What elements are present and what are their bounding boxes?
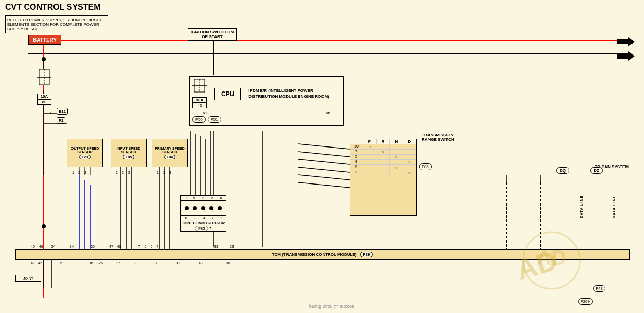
output-sensor-pins: 123 <box>72 171 86 174</box>
e11-area: E11 <box>57 108 68 115</box>
note-text: REFER TO POWER SUPPLY, GROUND & CIRCUIT … <box>7 17 103 31</box>
fuse-2-sub: 43 <box>192 103 207 108</box>
f85-connector: F85 <box>123 155 134 159</box>
diagram-title: CVT CONTROL SYSTEM <box>5 3 101 12</box>
f83-connector: F83 * <box>181 225 226 231</box>
f86-connector: F86 <box>419 163 432 170</box>
tcm-top-pins: 45 46 34 24 35 47 48 7 6 5 4 33 23 <box>31 245 234 248</box>
trs-row-2: 2 ○ <box>350 170 416 175</box>
bottom-connectors-row: JOINT <box>15 275 41 282</box>
svg-text:B: B <box>629 53 633 59</box>
trs-header: P R N D <box>350 139 416 144</box>
joint-connector-box: 9 5 3 2 6 10 8 4 7 1 JOINT CONNEC-TO <box>180 195 226 232</box>
fuse-2-symbol <box>192 79 207 97</box>
arrow-a: A <box>617 37 635 48</box>
tcm-bottom-pins: 41 42 12 11 16 26 17 38 37 39 40 30 <box>31 261 230 265</box>
data-line-2: DATA LINE <box>612 195 616 218</box>
f2-connector: F2 <box>57 117 65 124</box>
output-speed-sensor: OUTPUT SPEED SENSOR F23 <box>67 139 103 167</box>
output-sensor-label: OUTPUT SPEED SENSOR <box>67 146 102 154</box>
trs-label: TRANSMISSION RANGE SWITCH <box>422 133 463 142</box>
svg-line-37 <box>298 182 350 188</box>
battery-label: BATTERY <box>33 37 57 43</box>
fuse-1-sub: 60 <box>37 99 51 105</box>
ipdm-label: IPDM E/R (INTELLIGENT POWER DISTRIBUTION… <box>248 88 341 99</box>
svg-line-36 <box>298 175 350 180</box>
svg-line-32 <box>298 144 350 149</box>
input-sensor-label: INPUT SPEED SENSOR <box>111 146 146 154</box>
input-sensor-pins: 123 <box>116 171 130 174</box>
ipdm-connectors: F50 F51 <box>192 116 341 123</box>
cpu-label: CPU <box>221 90 234 98</box>
svg-point-52 <box>185 206 189 210</box>
svg-line-33 <box>298 152 350 157</box>
note-box: REFER TO POWER SUPPLY, GROUND & CIRCUIT … <box>5 15 108 33</box>
joint-connector-label: JOINT CONNEC-TOR-F02 <box>181 220 226 225</box>
dq-connector: DQ <box>556 167 569 174</box>
watermark-circle: AD <box>521 230 582 292</box>
input-speed-sensor: INPUT SPEED SENSOR F85 <box>111 139 147 167</box>
svg-text:A: A <box>629 39 633 45</box>
f84-connector: F84 <box>164 155 175 159</box>
svg-text:AD: AD <box>536 246 566 269</box>
svg-point-55 <box>209 206 213 210</box>
fuse-2: 10A 43 <box>192 79 207 108</box>
svg-point-54 <box>201 206 205 210</box>
svg-point-56 <box>218 206 222 210</box>
joint-bottom-pins: 10 8 4 7 1 <box>181 215 226 220</box>
svg-point-3 <box>42 57 46 61</box>
f51-connector: F51 <box>208 116 221 123</box>
svg-point-4 <box>42 224 46 228</box>
f209-connector: F209 <box>578 298 593 305</box>
e11-pin-num: 7 <box>49 111 51 115</box>
joint-top-pins: 9 5 3 2 6 <box>181 196 226 201</box>
dz-connector: DZ <box>590 167 603 174</box>
trs-row-9: 9 ○ <box>350 165 416 170</box>
svg-line-35 <box>298 167 350 172</box>
data-line-1: DATA LINE <box>580 195 583 218</box>
f23-connector: F23 <box>79 155 91 159</box>
cpu-box: CPU <box>214 88 241 100</box>
f50-connector: F50 <box>192 116 206 123</box>
primary-sensor-label: PRIMARY SPEED SENSOR <box>152 146 187 154</box>
joint-dots <box>183 203 224 213</box>
fuse-1: 10A 60 <box>37 69 51 105</box>
page-title: CVT CONTROL SYSTEM <box>5 3 101 12</box>
sharing-text: haring circuit** succes <box>309 304 354 309</box>
trs-row-5: 5 ○ <box>350 155 416 160</box>
fuse-2-label: 10A <box>192 97 207 103</box>
fuse-1-symbol <box>37 69 51 93</box>
trs-row-10: 10 ○ <box>350 144 416 150</box>
e11-connector: E11 <box>57 108 68 115</box>
joint-connector-dots <box>181 201 226 215</box>
ignition-switch-box: IGNITION SWITCH ON OR START <box>188 28 237 41</box>
f43-connector: F43 <box>593 285 605 292</box>
bottom-joint-connector: JOINT <box>15 275 41 282</box>
f2-area: F2 <box>57 117 65 124</box>
trs-row-8: 8 ○ <box>350 160 416 165</box>
battery-box: BATTERY <box>28 35 61 45</box>
primary-speed-sensor: PRIMARY SPEED SENSOR F84 <box>152 139 188 167</box>
diagram-container: CVT CONTROL SYSTEM REFER TO POWER SUPPLY… <box>0 0 644 313</box>
trs-row-7: 7 ○ <box>350 150 416 155</box>
ipdm-box: 10A 43 CPU IPDM E/R (INTELLIGENT POWER D… <box>189 76 344 126</box>
svg-line-34 <box>298 159 350 164</box>
ignition-switch-label: IGNITION SWITCH ON OR START <box>191 30 234 39</box>
fuse-1-label: 10A <box>37 94 51 99</box>
arrow-b: B <box>617 51 635 62</box>
trs-grid: P R N D 10 ○ 7 ○ 5 ○ <box>350 139 417 216</box>
primary-sensor-pins: 123 <box>157 171 171 174</box>
ipdm-pins: 61 66 <box>192 111 341 115</box>
f89-connector: F89 <box>360 252 373 257</box>
svg-point-53 <box>193 206 197 210</box>
